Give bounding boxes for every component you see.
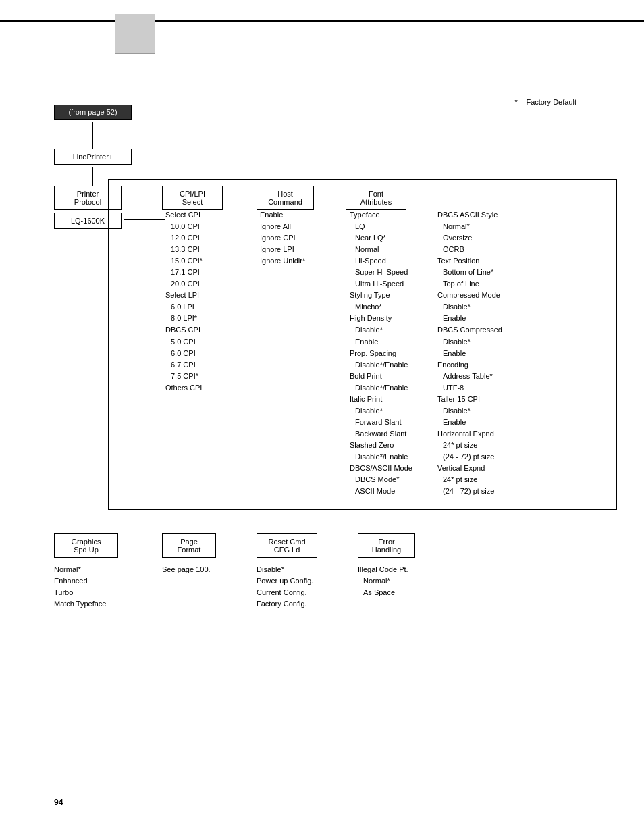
reset-disable: Disable* xyxy=(257,564,313,575)
enc-address: Address Table* xyxy=(437,371,502,382)
dbcs-cpi-75: 7.5 CPI* xyxy=(165,371,203,382)
bottom-section-line xyxy=(54,527,617,527)
enc-utf8: UTF-8 xyxy=(437,382,502,394)
styling-mincho: Mincho* xyxy=(350,301,412,313)
col-font: Typeface LQ Near LQ* Normal Hi-Speed Sup… xyxy=(350,209,412,497)
cpi-133: 13.3 CPI xyxy=(165,244,203,255)
cm-enable: Enable xyxy=(437,313,502,324)
t15-enable: Enable xyxy=(437,417,502,428)
col-error: Illegal Code Pt. Normal* As Space xyxy=(358,564,408,598)
taller-15: Taller 15 CPI xyxy=(437,394,502,405)
select-cpi: Select CPI xyxy=(165,209,203,221)
error-illegal: Illegal Code Pt. xyxy=(358,564,408,575)
dc-disable: Disable* xyxy=(437,336,502,348)
from-page-box: (from page 52) xyxy=(54,105,132,120)
vert-expnd: Vertical Expnd xyxy=(437,463,502,474)
others-cpi: Others CPI xyxy=(165,382,203,394)
compressed-mode: Compressed Mode xyxy=(437,290,502,301)
cpi-150: 15.0 CPI* xyxy=(165,255,203,267)
slashed-zero: Slashed Zero xyxy=(350,440,412,451)
graphics-turbo: Turbo xyxy=(54,587,106,598)
col-cpi: Select CPI 10.0 CPI 12.0 CPI 13.3 CPI 15… xyxy=(165,209,203,394)
dbcs-ascii-style: DBCS ASCII Style xyxy=(437,209,502,221)
error-normal: Normal* xyxy=(358,575,408,587)
tp-top: Top of Line xyxy=(437,278,502,290)
cpi-12: 12.0 CPI xyxy=(165,232,203,244)
col-page-format: See page 100. xyxy=(162,564,211,575)
host-ignore-cpi: Ignore CPI xyxy=(260,232,305,244)
graphics-enhanced: Enhanced xyxy=(54,575,106,587)
italic-disable: Disable* xyxy=(350,405,412,417)
font-ultra-hi: Ultra Hi-Speed xyxy=(350,278,412,290)
host-ignore-unidir: Ignore Unidir* xyxy=(260,255,305,267)
reset-power-up: Power up Config. xyxy=(257,575,313,587)
horiz-expnd: Horizontal Expnd xyxy=(437,428,502,440)
high-density: High Density xyxy=(350,313,412,324)
dbcs-ascii-mode: DBCS/ASCII Mode xyxy=(350,463,412,474)
hd-enable: Enable xyxy=(350,336,412,348)
encoding: Encoding xyxy=(437,359,502,371)
ascii-mode: ASCII Mode xyxy=(350,486,412,497)
font-near-lq: Near LQ* xyxy=(350,232,412,244)
he-range: (24 - 72) pt size xyxy=(437,451,502,463)
factory-default-label: * = Factory Default xyxy=(515,98,576,106)
slashed-disable: Disable*/Enable xyxy=(350,451,412,463)
reset-current: Current Config. xyxy=(257,587,313,598)
cpi-200: 20.0 CPI xyxy=(165,278,203,290)
lpi-80: 8.0 LPI* xyxy=(165,313,203,324)
dbcs-mode: DBCS Mode* xyxy=(350,474,412,486)
top-tab xyxy=(115,14,155,54)
italic-backward: Backward Slant xyxy=(350,428,412,440)
col-graphics: Normal* Enhanced Turbo Match Typeface xyxy=(54,564,106,610)
dbcs-cpi: DBCS CPI xyxy=(165,324,203,336)
cpi-10: 10.0 CPI xyxy=(165,221,203,232)
dbcs-oversize: Oversize xyxy=(437,232,502,244)
dbcs-ocrb: OCRB xyxy=(437,244,502,255)
dbcs-compressed: DBCS Compressed xyxy=(437,324,502,336)
styling-type: Styling Type xyxy=(350,290,412,301)
ve-range: (24 - 72) pt size xyxy=(437,486,502,497)
text-position: Text Position xyxy=(437,255,502,267)
cm-disable: Disable* xyxy=(437,301,502,313)
reset-factory: Factory Config. xyxy=(257,598,313,610)
italic-forward: Forward Slant xyxy=(350,417,412,428)
header-line xyxy=(108,88,603,88)
font-super-hi: Super Hi-Speed xyxy=(350,267,412,278)
dbcs-normal: Normal* xyxy=(437,221,502,232)
top-bar xyxy=(0,20,644,22)
host-ignore-lpi: Ignore LPI xyxy=(260,244,305,255)
dbcs-cpi-60: 6.0 CPI xyxy=(165,348,203,359)
tp-bottom: Bottom of Line* xyxy=(437,267,502,278)
col-dbcs: DBCS ASCII Style Normal* Oversize OCRB T… xyxy=(437,209,502,497)
t15-disable: Disable* xyxy=(437,405,502,417)
page: * = Factory Default (from page 52) LineP… xyxy=(0,0,644,834)
font-lq: LQ xyxy=(350,221,412,232)
h-line-page-reset xyxy=(218,544,259,544)
font-hi-speed: Hi-Speed xyxy=(350,255,412,267)
graphics-box: Graphics Spd Up xyxy=(54,533,118,558)
font-normal: Normal xyxy=(350,244,412,255)
ve-24: 24* pt size xyxy=(437,474,502,486)
dc-enable: Enable xyxy=(437,348,502,359)
italic-print: Italic Print xyxy=(350,394,412,405)
page-format-ref: See page 100. xyxy=(162,564,211,575)
reset-cmd-box: Reset Cmd CFG Ld xyxy=(257,533,317,558)
cpi-171: 17.1 CPI xyxy=(165,267,203,278)
bold-disable: Disable*/Enable xyxy=(350,382,412,394)
page-format-box: Page Format xyxy=(162,533,216,558)
bold-print: Bold Print xyxy=(350,371,412,382)
lpi-60: 6.0 LPI xyxy=(165,301,203,313)
error-as-space: As Space xyxy=(358,587,408,598)
col-reset: Disable* Power up Config. Current Config… xyxy=(257,564,313,610)
dbcs-cpi-67: 6.7 CPI xyxy=(165,359,203,371)
select-lpi: Select LPI xyxy=(165,290,203,301)
graphics-normal: Normal* xyxy=(54,564,106,575)
page-number: 94 xyxy=(54,798,63,807)
he-24: 24* pt size xyxy=(437,440,502,451)
col-host: Enable Ignore All Ignore CPI Ignore LPI … xyxy=(260,209,305,267)
v-line-2 xyxy=(92,167,93,188)
dbcs-cpi-50: 5.0 CPI xyxy=(165,336,203,348)
graphics-match: Match Typeface xyxy=(54,598,106,610)
h-line-reset-error xyxy=(319,544,360,544)
hd-disable: Disable* xyxy=(350,324,412,336)
